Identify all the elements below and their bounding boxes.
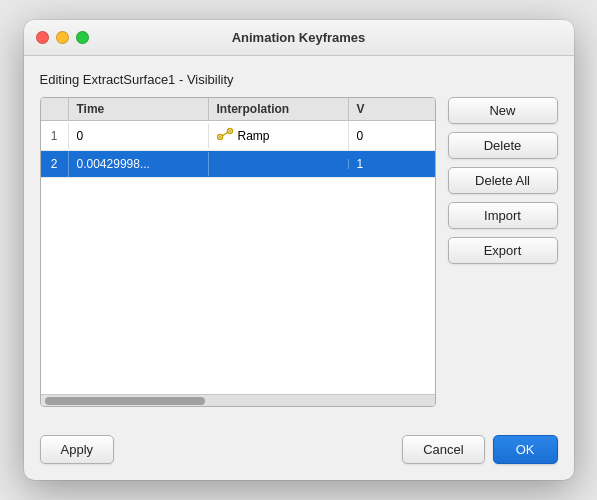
td-val-2: 1 (349, 152, 435, 176)
close-button[interactable] (36, 31, 49, 44)
delete-button[interactable]: Delete (448, 132, 558, 159)
th-value: V (349, 98, 435, 120)
window-title: Animation Keyframes (232, 30, 366, 45)
delete-all-button[interactable]: Delete All (448, 167, 558, 194)
ok-button[interactable]: OK (493, 435, 558, 464)
export-button[interactable]: Export (448, 237, 558, 264)
footer: Apply Cancel OK (24, 423, 574, 480)
footer-right: Cancel OK (402, 435, 557, 464)
cancel-button[interactable]: Cancel (402, 435, 484, 464)
th-row-num (41, 98, 69, 120)
svg-point-3 (219, 136, 221, 138)
footer-left: Apply (40, 435, 115, 464)
main-window: Animation Keyframes Editing ExtractSurfa… (24, 20, 574, 480)
td-interp-2 (209, 159, 349, 169)
ramp-icon (217, 126, 233, 145)
keyframes-table: Time Interpolation V 1 0 (40, 97, 436, 407)
apply-button[interactable]: Apply (40, 435, 115, 464)
th-interpolation: Interpolation (209, 98, 349, 120)
td-interp-1: Ramp (209, 121, 349, 150)
titlebar: Animation Keyframes (24, 20, 574, 56)
window-controls (36, 31, 89, 44)
main-area: Time Interpolation V 1 0 (40, 97, 558, 407)
new-button[interactable]: New (448, 97, 558, 124)
sidebar-buttons: New Delete Delete All Import Export (448, 97, 558, 407)
table-row[interactable]: 2 0.00429998... 1 (41, 151, 435, 178)
subtitle: Editing ExtractSurface1 - Visibility (40, 72, 558, 87)
th-time: Time (69, 98, 209, 120)
td-time-2: 0.00429998... (69, 152, 209, 176)
content-area: Editing ExtractSurface1 - Visibility Tim… (24, 56, 574, 423)
row-number-2: 2 (41, 151, 69, 177)
maximize-button[interactable] (76, 31, 89, 44)
td-val-1: 0 (349, 124, 435, 148)
table-body: 1 0 (41, 121, 435, 394)
row-number-1: 1 (41, 123, 69, 149)
svg-point-4 (229, 130, 231, 132)
horizontal-scrollbar[interactable] (41, 394, 435, 406)
td-time-1: 0 (69, 124, 209, 148)
table-header: Time Interpolation V (41, 98, 435, 121)
svg-line-2 (222, 132, 228, 136)
table-row[interactable]: 1 0 (41, 121, 435, 151)
minimize-button[interactable] (56, 31, 69, 44)
import-button[interactable]: Import (448, 202, 558, 229)
scrollbar-thumb[interactable] (45, 397, 205, 405)
